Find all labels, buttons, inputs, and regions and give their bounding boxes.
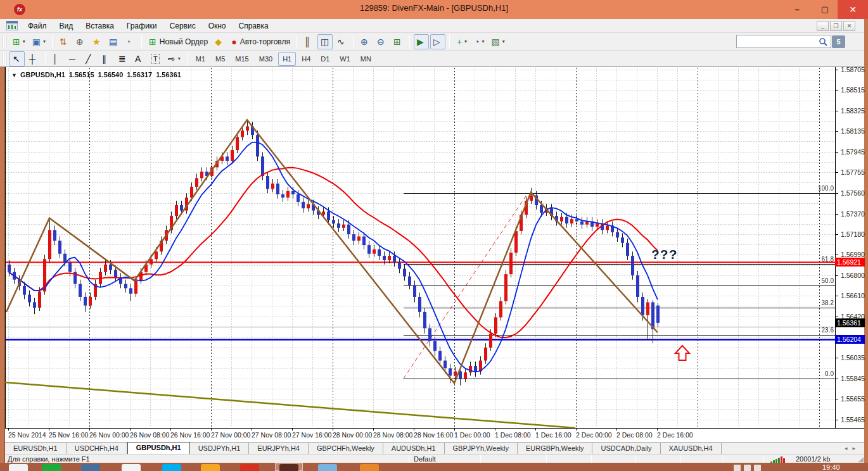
mdi-restore-button[interactable]: ❐ — [830, 21, 842, 31]
vline-tool-button[interactable]: │ — [49, 51, 65, 66]
chart-tab-USDCADh,Daily[interactable]: USDCADh,Daily — [592, 443, 660, 454]
tray-icon[interactable] — [754, 465, 761, 471]
chart-candles-button[interactable]: ◫ — [317, 34, 333, 49]
zoom-out-button[interactable]: ⊖ — [374, 34, 389, 49]
tab-scroll-right-icon[interactable]: ▸ — [852, 445, 855, 451]
search-icon[interactable] — [819, 37, 827, 46]
chart-tab-AUDUSDh,H1[interactable]: AUDUSDh,H1 — [383, 443, 445, 454]
timeframe-H4-button[interactable]: H4 — [297, 52, 315, 66]
taskbar-icon-skype[interactable] — [162, 464, 181, 471]
periods-button[interactable]: ◔▾ — [471, 34, 487, 49]
tab-scroll-left-icon[interactable]: ◂ — [845, 445, 848, 451]
taskbar-icon-word[interactable] — [81, 464, 100, 471]
price-tick — [835, 358, 838, 358]
timeframe-H1-button[interactable]: H1 — [278, 52, 296, 66]
indicators-list-button[interactable]: +▾ — [454, 34, 469, 49]
terminal-button[interactable]: ▤ — [106, 34, 121, 49]
menu-Графики[interactable]: Графики — [120, 20, 163, 32]
crosshair-tool-button[interactable]: ┼ — [26, 51, 41, 66]
mdi-close-button[interactable]: ✕ — [843, 21, 855, 31]
tray-icon[interactable] — [734, 465, 741, 471]
taskbar-icon-start[interactable] — [9, 464, 28, 471]
status-profile[interactable]: Default — [414, 455, 436, 463]
chart-tab-USDCHFh,H4[interactable]: USDCHFh,H4 — [67, 443, 127, 454]
taskbar-icon-settings-red[interactable] — [240, 464, 259, 471]
strategy-tester-button[interactable]: ◔ — [122, 34, 137, 49]
window-title: 129859: DivenFX-Main - [GBPUSDh,H1] — [0, 3, 868, 13]
chart-tab-GBPCHFh,Weekly[interactable]: GBPCHFh,Weekly — [309, 443, 383, 454]
timeframe-M15-button[interactable]: M15 — [231, 52, 253, 66]
updown-icon: ⇅ — [60, 37, 67, 46]
timeframe-M30-button[interactable]: M30 — [255, 52, 277, 66]
price-tick — [835, 296, 838, 296]
trendline-tool-button[interactable]: ╱ — [82, 51, 98, 66]
fibonacci-tool-button[interactable]: ≣ — [115, 51, 131, 66]
templates-button[interactable]: ▧▾ — [488, 34, 507, 49]
timeframe-MN-button[interactable]: MN — [356, 52, 376, 66]
tab-scroll-arrows[interactable]: ◂▸ — [842, 445, 858, 451]
taskbar-icon-app-teal[interactable] — [318, 464, 337, 471]
tray-icon[interactable] — [744, 465, 751, 471]
label-tool-button[interactable]: T — [148, 51, 163, 66]
menu-Сервис[interactable]: Сервис — [163, 20, 202, 32]
menubar: ФайлВидВставкаГрафикиСервисОкноСправка _… — [0, 19, 864, 33]
chart-tab-EURGBPh,Weekly[interactable]: EURGBPh,Weekly — [518, 443, 593, 454]
chart-line-button[interactable]: ∿ — [334, 34, 349, 49]
menu-Файл[interactable]: Файл — [22, 20, 53, 32]
search-input[interactable] — [736, 35, 831, 48]
hline-tool-button[interactable]: ─ — [66, 51, 81, 66]
timeframe-D1-button[interactable]: D1 — [316, 52, 334, 66]
taskbar-icon-mt4[interactable] — [279, 464, 298, 471]
channel-tool-button[interactable]: ∥ — [99, 51, 114, 66]
new-chart-button[interactable]: ⊞▾ — [10, 34, 28, 49]
menu-Вид[interactable]: Вид — [53, 20, 80, 32]
text-tool-button[interactable]: A — [132, 51, 147, 66]
price-axis[interactable] — [835, 67, 864, 428]
taskbar-icon-chrome[interactable] — [122, 464, 141, 471]
timeframe-M1-button[interactable]: M1 — [191, 52, 210, 66]
market-watch-button[interactable]: ⇅ — [56, 34, 72, 49]
auto-trading-button[interactable]: ●Авто-торговля — [228, 34, 293, 49]
new-order-button[interactable]: ⊞Новый Ордер — [146, 34, 210, 49]
chart-tab-GBPUSDh,H1[interactable]: GBPUSDh,H1 — [127, 442, 190, 454]
tile-windows-button[interactable]: ⊞ — [390, 34, 405, 49]
chart-canvas[interactable] — [5, 67, 835, 428]
chart-tab-GBPJPYh,Weekly[interactable]: GBPJPYh,Weekly — [445, 443, 518, 454]
close-button[interactable]: ✕ — [838, 0, 868, 19]
toolbar-standard: ⊞▾▣▾⇅⊕★▤◔⊞Новый Ордер◆●Авто-торговля║◫∿⊕… — [0, 33, 864, 51]
timeframe-M5-button[interactable]: M5 — [211, 52, 229, 66]
chart-tab-XAUUSDh,H4[interactable]: XAUUSDh,H4 — [661, 443, 722, 454]
symbol-dropdown-icon[interactable]: ▼ — [11, 72, 17, 78]
zoom-in-button[interactable]: ⊕ — [357, 34, 373, 49]
data-window-button[interactable]: ⊕ — [73, 34, 88, 49]
navigator-button[interactable]: ★ — [89, 34, 105, 49]
new-order-label: Новый Ордер — [160, 37, 208, 46]
timeframe-W1-button[interactable]: W1 — [335, 52, 355, 66]
price-tick — [835, 275, 838, 276]
metaeditor-button[interactable]: ◆ — [212, 34, 227, 49]
chart-profiles-button[interactable]: ▣▾ — [29, 34, 48, 49]
chart-window-icon[interactable] — [6, 21, 18, 30]
toolbar-grip[interactable] — [2, 35, 6, 48]
chart-tab-USDJPYh,H1[interactable]: USDJPYh,H1 — [190, 443, 250, 454]
arrows-tool-button[interactable]: ⇨▾ — [165, 51, 183, 66]
chart-shift-button[interactable]: ▷ — [430, 34, 445, 49]
chart-bars-button[interactable]: ║ — [301, 34, 316, 49]
chart-tab-EURUSDh,H1[interactable]: EURUSDh,H1 — [5, 443, 67, 454]
mdi-minimize-button[interactable]: _ — [817, 21, 829, 31]
auto-scroll-button[interactable]: ▶ — [414, 34, 429, 49]
minimize-button[interactable]: – — [784, 0, 810, 19]
notification-badge[interactable]: 5 — [832, 35, 845, 48]
taskbar-icon-app-amber[interactable] — [360, 464, 379, 471]
menu-Окно[interactable]: Окно — [202, 20, 233, 32]
taskbar-icon-app-orange[interactable] — [201, 464, 220, 471]
menu-Вставка[interactable]: Вставка — [79, 20, 120, 32]
chart-tab-EURJPYh,H4[interactable]: EURJPYh,H4 — [249, 443, 309, 454]
auto-trading-label: Авто-торговля — [240, 37, 290, 46]
menu-Справка[interactable]: Справка — [233, 20, 275, 32]
cursor-tool-button[interactable]: ↖ — [10, 51, 25, 66]
toolbar-grip2[interactable] — [2, 53, 6, 65]
taskbar-icon-store[interactable] — [42, 464, 61, 471]
maximize-button[interactable]: ▢ — [812, 0, 838, 19]
price-tick — [835, 111, 838, 111]
